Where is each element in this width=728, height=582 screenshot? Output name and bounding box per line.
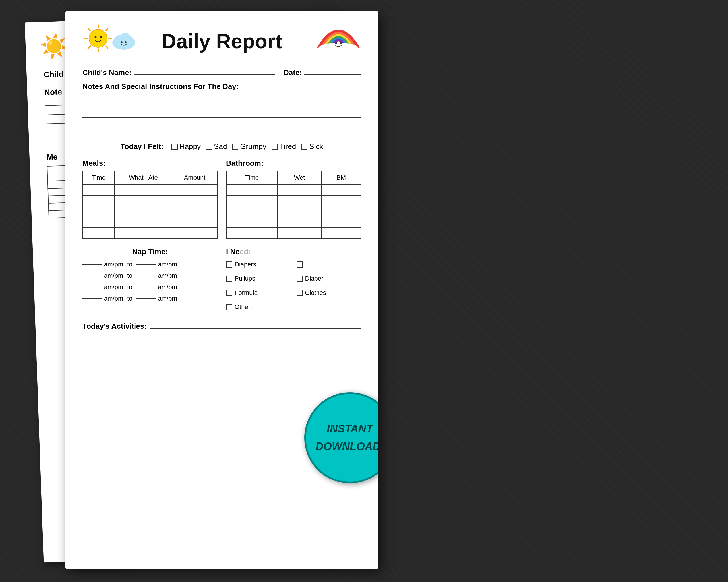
badge-download: DOWNLOAD! xyxy=(313,438,378,455)
needs-pullups[interactable]: Pullups xyxy=(226,275,291,282)
nap-start-3[interactable] xyxy=(82,287,102,287)
other-line[interactable] xyxy=(254,307,361,307)
svg-point-18 xyxy=(335,42,337,44)
bathroom-title: Bathroom: xyxy=(226,159,361,168)
felt-tired[interactable]: Tired xyxy=(271,142,296,151)
meals-title: Meals: xyxy=(82,159,217,168)
nap-row-4: am/pm to am/pm xyxy=(82,295,217,302)
childs-name-label: Child's Name: xyxy=(82,68,131,77)
diapers-checkbox[interactable] xyxy=(226,261,232,268)
needs-col2-1 xyxy=(296,261,361,268)
activities-line[interactable] xyxy=(150,328,361,329)
note-line-1[interactable] xyxy=(82,95,361,105)
nap-end-2[interactable] xyxy=(136,275,156,276)
felt-grumpy[interactable]: Grumpy xyxy=(232,142,266,151)
grumpy-checkbox[interactable] xyxy=(232,143,238,150)
bathroom-section: Bathroom: Time Wet BM xyxy=(226,159,361,239)
activities-row: Today's Activities: xyxy=(82,322,361,330)
nap-end-4[interactable] xyxy=(136,298,156,299)
svg-point-10 xyxy=(100,36,102,38)
note-line-2[interactable] xyxy=(82,107,361,118)
pullups-label: Pullups xyxy=(235,275,255,282)
pullups-checkbox[interactable] xyxy=(226,275,232,282)
formula-checkbox[interactable] xyxy=(226,290,232,296)
childs-name-field[interactable] xyxy=(134,75,275,75)
nap-row-2: am/pm to am/pm xyxy=(82,272,217,280)
meals-amount-header: Amount xyxy=(172,171,217,185)
felt-happy[interactable]: Happy xyxy=(172,142,201,151)
happy-checkbox[interactable] xyxy=(172,143,178,150)
svg-point-16 xyxy=(125,41,127,43)
needs-diapers[interactable]: Diapers xyxy=(226,261,291,268)
nap-ampm-4b: am/pm xyxy=(158,295,177,302)
svg-line-8 xyxy=(88,46,90,48)
svg-point-9 xyxy=(95,36,97,38)
nap-start-4[interactable] xyxy=(82,298,102,299)
nap-title: Nap Time: xyxy=(82,247,217,256)
nap-ampm-2b: am/pm xyxy=(158,272,177,280)
instant-download-badge: INSTANT DOWNLOAD! xyxy=(304,392,378,483)
svg-point-19 xyxy=(340,42,342,44)
sad-checkbox[interactable] xyxy=(206,143,212,150)
felt-row: Today I Felt: Happy Sad Grumpy Tired Sic… xyxy=(82,142,361,151)
rainbow-icon xyxy=(316,23,361,55)
clothes-checkbox[interactable] xyxy=(296,290,303,296)
bathroom-time-header: Time xyxy=(226,171,278,185)
date-label: Date: xyxy=(284,68,302,77)
activities-label: Today's Activities: xyxy=(82,322,147,330)
table-row xyxy=(83,185,217,195)
svg-line-5 xyxy=(88,29,90,31)
page-title: Daily Report xyxy=(161,30,282,53)
sun-icon xyxy=(82,23,114,54)
needs-other: Other: xyxy=(226,303,361,311)
childs-name-row: Child's Name: Date: xyxy=(82,68,361,77)
date-field[interactable] xyxy=(304,75,361,75)
back-sun-icon: ☀️ xyxy=(40,32,69,60)
nap-start-2[interactable] xyxy=(82,275,102,276)
diaper-cream-checkbox[interactable] xyxy=(296,275,303,282)
svg-line-6 xyxy=(106,46,108,48)
meals-bathroom-section: Meals: Time What I Ate Amount xyxy=(82,159,361,239)
happy-label: Happy xyxy=(179,142,201,151)
nap-section: Nap Time: am/pm to am/pm am/pm to am/pm … xyxy=(82,247,217,315)
bathroom-bm-header: BM xyxy=(321,171,361,185)
clothes-label: Clothes xyxy=(305,289,327,296)
needs-formula[interactable]: Formula xyxy=(226,289,291,296)
nap-end-3[interactable] xyxy=(136,287,156,287)
table-row xyxy=(83,217,217,228)
needs-title: I Need: xyxy=(226,247,361,256)
nap-row-1: am/pm to am/pm xyxy=(82,261,217,268)
nap-start-1[interactable] xyxy=(82,264,102,265)
grumpy-label: Grumpy xyxy=(240,142,266,151)
col2-1-checkbox[interactable] xyxy=(296,261,303,268)
nap-ampm-1b: am/pm xyxy=(158,261,177,268)
header: Daily Report xyxy=(82,23,361,60)
svg-point-15 xyxy=(121,41,123,43)
needs-clothes[interactable]: Clothes xyxy=(296,289,361,296)
nap-ampm-2a: am/pm xyxy=(104,272,123,280)
meals-ate-header: What I Ate xyxy=(114,171,172,185)
felt-sick[interactable]: Sick xyxy=(301,142,323,151)
table-row xyxy=(83,228,217,239)
bathroom-table: Time Wet BM xyxy=(226,170,361,239)
felt-sad[interactable]: Sad xyxy=(206,142,227,151)
sick-label: Sick xyxy=(309,142,323,151)
nap-end-1[interactable] xyxy=(136,264,156,265)
nap-row-3: am/pm to am/pm xyxy=(82,284,217,291)
section-divider xyxy=(82,136,361,136)
needs-diaper-cream[interactable]: Diaper xyxy=(296,275,361,282)
other-checkbox[interactable] xyxy=(226,304,232,310)
needs-grid: Diapers Pullups Diaper Formula xyxy=(226,261,361,315)
nap-ampm-3a: am/pm xyxy=(104,284,123,291)
tired-checkbox[interactable] xyxy=(271,143,278,150)
sick-checkbox[interactable] xyxy=(301,143,307,150)
table-row xyxy=(83,206,217,217)
table-row xyxy=(226,206,361,217)
badge-instant: INSTANT xyxy=(324,420,376,438)
nap-ampm-3b: am/pm xyxy=(158,284,177,291)
meals-time-header: Time xyxy=(83,171,114,185)
notes-section xyxy=(82,95,361,130)
nap-ampm-4a: am/pm xyxy=(104,295,123,302)
tired-label: Tired xyxy=(280,142,296,151)
note-line-3[interactable] xyxy=(82,120,361,130)
